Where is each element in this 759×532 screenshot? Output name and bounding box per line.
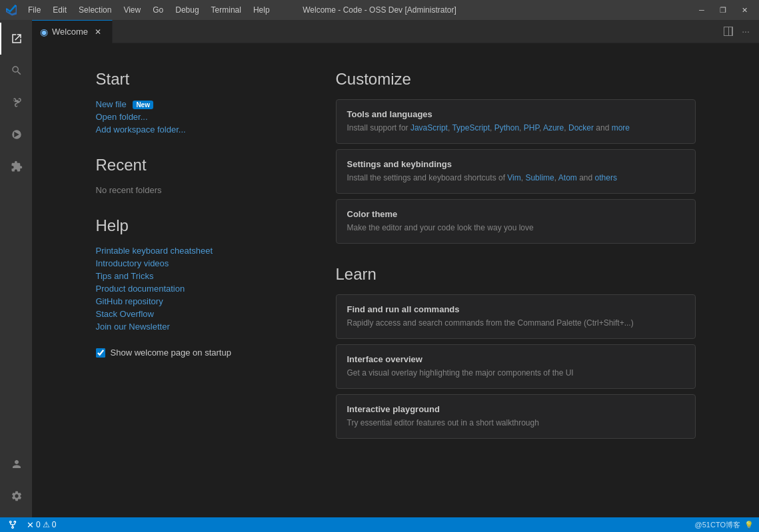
status-bar-left: ✕ 0 ⚠ 0 xyxy=(5,517,59,532)
help-section: Help Printable keyboard cheatsheet Intro… xyxy=(96,216,283,332)
editor-area: ◉ Welcome ✕ ··· Start xyxy=(32,20,759,517)
link-javascript[interactable]: JavaScript xyxy=(410,123,448,133)
tab-close-button[interactable]: ✕ xyxy=(92,26,104,38)
start-title: Start xyxy=(96,70,283,89)
title-bar-left: File Edit Selection View Go Debug Termin… xyxy=(5,3,275,17)
split-editor-button[interactable] xyxy=(720,23,736,39)
customize-title: Customize xyxy=(336,70,696,89)
settings-keybindings-desc: Install the settings and keyboard shortc… xyxy=(347,172,684,184)
link-more[interactable]: more xyxy=(612,123,630,133)
startup-checkbox-row: Show welcome page on startup xyxy=(96,348,283,358)
find-commands-title: Find and run all commands xyxy=(347,304,684,314)
window-controls: ─ ❐ ✕ xyxy=(692,3,754,17)
color-theme-card[interactable]: Color theme Make the editor and your cod… xyxy=(336,199,696,244)
tools-languages-card[interactable]: Tools and languages Install support for … xyxy=(336,99,696,144)
tab-welcome[interactable]: ◉ Welcome ✕ xyxy=(32,20,113,43)
link-atom[interactable]: Atom xyxy=(558,173,577,182)
tab-row: ◉ Welcome ✕ ··· xyxy=(32,20,759,43)
tab-welcome-label: Welcome xyxy=(52,27,88,37)
find-commands-card[interactable]: Find and run all commands Rapidly access… xyxy=(336,294,696,339)
interface-overview-desc: Get a visual overlay highlighting the ma… xyxy=(347,367,684,379)
color-theme-desc: Make the editor and your code look the w… xyxy=(347,222,684,234)
errors-status[interactable]: ✕ 0 ⚠ 0 xyxy=(24,517,59,532)
new-badge: New xyxy=(133,101,153,109)
tip-icon: 💡 xyxy=(744,521,754,529)
error-icon: ✕ xyxy=(27,520,34,530)
status-bar: ✕ 0 ⚠ 0 @51CTO博客 💡 xyxy=(0,517,759,532)
activity-bar xyxy=(0,20,32,517)
learn-title: Learn xyxy=(336,265,696,284)
interface-overview-card[interactable]: Interface overview Get a visual overlay … xyxy=(336,344,696,389)
branch-icon xyxy=(8,520,17,529)
help-link-1[interactable]: Introductory videos xyxy=(96,258,283,268)
activity-item-accounts[interactable] xyxy=(0,448,32,480)
activity-item-extensions[interactable] xyxy=(0,150,32,182)
menu-debug[interactable]: Debug xyxy=(170,4,204,16)
menu-edit[interactable]: Edit xyxy=(47,4,72,16)
customize-section: Customize Tools and languages Install su… xyxy=(336,70,696,244)
interactive-playground-title: Interactive playground xyxy=(347,404,684,414)
welcome-page: Start New file New Open folder... Add wo… xyxy=(32,43,759,517)
no-recent-text: No recent folders xyxy=(96,185,283,195)
tab-actions: ··· xyxy=(720,20,759,43)
warning-count: 0 xyxy=(52,520,57,529)
activity-item-source-control[interactable] xyxy=(0,87,32,119)
menu-view[interactable]: View xyxy=(118,4,146,16)
help-link-5[interactable]: Stack Overflow xyxy=(96,309,283,319)
settings-keybindings-card[interactable]: Settings and keybindings Install the set… xyxy=(336,149,696,194)
warning-icon: ⚠ xyxy=(43,520,50,529)
help-link-0[interactable]: Printable keyboard cheatsheet xyxy=(96,246,283,256)
watermark-text: @51CTO博客 xyxy=(695,520,740,530)
help-link-6[interactable]: Join our Newsletter xyxy=(96,322,283,332)
menu-selection[interactable]: Selection xyxy=(73,4,117,16)
help-link-4[interactable]: GitHub repository xyxy=(96,296,283,306)
welcome-inner: Start New file New Open folder... Add wo… xyxy=(96,70,696,491)
source-control-status[interactable] xyxy=(5,517,20,532)
link-sublime[interactable]: Sublime xyxy=(525,173,554,182)
activity-item-search[interactable] xyxy=(0,55,32,87)
interface-overview-title: Interface overview xyxy=(347,354,684,364)
startup-checkbox[interactable] xyxy=(96,348,105,358)
add-workspace-link[interactable]: Add workspace folder... xyxy=(96,125,283,134)
start-section: Start New file New Open folder... Add wo… xyxy=(96,70,283,134)
open-folder-link[interactable]: Open folder... xyxy=(96,112,283,122)
help-title: Help xyxy=(96,216,283,235)
menu-go[interactable]: Go xyxy=(147,4,169,16)
help-link-3[interactable]: Product documentation xyxy=(96,284,283,294)
activity-item-run[interactable] xyxy=(0,119,32,150)
activity-item-settings[interactable] xyxy=(0,480,32,512)
close-button[interactable]: ✕ xyxy=(735,3,754,17)
recent-title: Recent xyxy=(96,156,283,174)
tools-languages-desc: Install support for JavaScript, TypeScri… xyxy=(347,122,684,134)
help-link-2[interactable]: Tips and Tricks xyxy=(96,271,283,281)
app-logo xyxy=(5,3,19,17)
link-others[interactable]: others xyxy=(595,173,617,182)
restore-button[interactable]: ❐ xyxy=(714,3,732,17)
menu-bar: File Edit Selection View Go Debug Termin… xyxy=(23,4,275,16)
welcome-left-column: Start New file New Open folder... Add wo… xyxy=(96,70,283,491)
color-theme-title: Color theme xyxy=(347,209,684,219)
link-azure[interactable]: Azure xyxy=(543,123,564,133)
link-php[interactable]: PHP xyxy=(524,123,539,133)
link-vim[interactable]: Vim xyxy=(507,173,520,182)
window-title: Welcome - Code - OSS Dev [Administrator] xyxy=(303,5,456,15)
minimize-button[interactable]: ─ xyxy=(692,3,711,17)
status-bar-right: @51CTO博客 💡 xyxy=(695,520,754,530)
learn-section: Learn Find and run all commands Rapidly … xyxy=(336,265,696,439)
main-layout: ◉ Welcome ✕ ··· Start xyxy=(0,20,759,517)
menu-help[interactable]: Help xyxy=(248,4,275,16)
link-docker[interactable]: Docker xyxy=(568,123,594,133)
link-typescript[interactable]: TypeScript xyxy=(452,123,490,133)
more-actions-button[interactable]: ··· xyxy=(738,23,754,39)
activity-item-explorer[interactable] xyxy=(0,23,32,55)
new-file-link[interactable]: New file New xyxy=(96,99,283,109)
find-commands-desc: Rapidly access and search commands from … xyxy=(347,317,684,329)
menu-file[interactable]: File xyxy=(23,4,46,16)
interactive-playground-desc: Try essential editor features out in a s… xyxy=(347,417,684,429)
title-bar: File Edit Selection View Go Debug Termin… xyxy=(0,0,759,20)
link-python[interactable]: Python xyxy=(494,123,519,133)
interactive-playground-card[interactable]: Interactive playground Try essential edi… xyxy=(336,394,696,439)
welcome-right-column: Customize Tools and languages Install su… xyxy=(336,70,696,491)
recent-section: Recent No recent folders xyxy=(96,156,283,195)
menu-terminal[interactable]: Terminal xyxy=(206,4,247,16)
